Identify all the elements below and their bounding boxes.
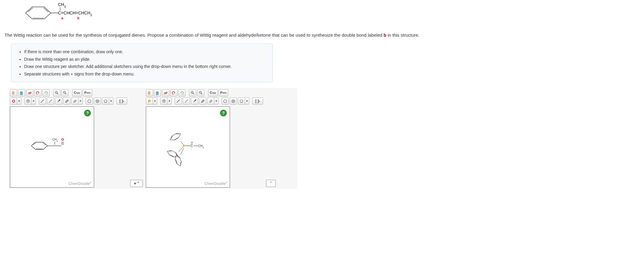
svg-rect-41	[156, 92, 158, 95]
add-sketcher-button[interactable]: + ˅	[130, 180, 143, 187]
bond-label-a: a	[61, 16, 63, 20]
svg-text:O: O	[61, 138, 64, 141]
sketcher-canvas[interactable]: ?	[146, 106, 230, 188]
copy-button[interactable]: Copy	[208, 89, 218, 97]
svg-line-17	[41, 100, 44, 103]
sketcher-area: + − Copy Paste O ▼ + ▼	[9, 88, 297, 189]
eraser-tool-icon[interactable]	[26, 89, 33, 97]
svg-line-75	[176, 159, 177, 163]
svg-text:+: +	[27, 99, 29, 103]
paste-button[interactable]: Paste	[219, 89, 228, 97]
zoom-out-icon[interactable]: −	[197, 89, 204, 97]
svg-text:+: +	[163, 99, 165, 103]
svg-point-62	[233, 100, 234, 102]
bond-label-b: b	[77, 16, 79, 20]
hand-tool-icon[interactable]	[146, 89, 153, 97]
svg-marker-64	[169, 132, 182, 142]
triple-bond-dropdown[interactable]: ▼	[71, 97, 83, 105]
element-dropdown[interactable]: O ▼	[10, 97, 21, 105]
wedge-bond-icon[interactable]	[191, 97, 198, 105]
sketcher-1: + − Copy Paste O ▼ + ▼	[10, 89, 127, 188]
charge-dropdown[interactable]: + ▼	[160, 97, 172, 105]
toolbar-top: + − Copy Paste	[146, 89, 263, 97]
svg-text:+: +	[192, 91, 193, 93]
molecule-drawing: P+ H C − CH3	[166, 132, 204, 167]
charge-dropdown[interactable]: + ▼	[24, 97, 36, 105]
instruction-item: Separate structures with + signs from th…	[24, 70, 266, 78]
svg-line-45	[193, 93, 194, 94]
sketcher-2: + − Copy Paste P ▼ + ▼	[146, 89, 263, 188]
zoom-in-icon[interactable]: +	[189, 89, 196, 97]
instructions-box: If there is more than one combination, d…	[11, 44, 273, 82]
ring-dropdown[interactable]: ▼	[238, 97, 249, 105]
instruction-item: Draw the Wittig reagent as an ylide.	[24, 56, 266, 63]
svg-marker-54	[193, 99, 196, 103]
hand-tool-icon[interactable]	[10, 89, 17, 97]
svg-marker-63	[240, 100, 243, 103]
double-bond-icon[interactable]	[63, 97, 70, 105]
toolbar-bottom: P ▼ + ▼ ▼	[146, 97, 263, 105]
sketcher-dropdown: ˅	[266, 180, 276, 187]
svg-text:−: −	[191, 148, 192, 150]
undo-tool-icon[interactable]	[170, 89, 177, 97]
question-text: The Wittig reaction can be used for the …	[5, 32, 639, 38]
redo-tool-icon[interactable]	[42, 89, 50, 97]
svg-rect-43	[164, 92, 167, 94]
svg-text:CH3: CH3	[198, 144, 204, 149]
paste-button[interactable]: Paste	[83, 89, 92, 97]
svg-marker-68	[166, 149, 179, 158]
wedge-bond-icon[interactable]	[55, 97, 62, 105]
svg-text:+: +	[56, 91, 57, 93]
help-icon[interactable]: ?	[84, 110, 91, 116]
benzene-icon[interactable]	[230, 97, 237, 105]
sketcher-canvas[interactable]: ? CH3 O	[10, 106, 94, 188]
undo-tool-icon[interactable]	[34, 89, 41, 97]
svg-text:P+: P+	[183, 144, 186, 148]
svg-text:CH3: CH3	[52, 138, 58, 142]
chemdoodle-brand: ChemDoodle®	[69, 181, 91, 186]
dash-bond-icon[interactable]	[47, 97, 54, 105]
svg-marker-25	[88, 100, 91, 103]
ring-dropdown[interactable]: ▼	[102, 97, 113, 105]
svg-line-52	[177, 100, 180, 103]
bracket-charge-button[interactable]: [ ]±	[116, 97, 127, 105]
svg-rect-8	[28, 92, 31, 94]
triple-bond-dropdown[interactable]: ▼	[207, 97, 219, 105]
single-bond-icon[interactable]	[175, 97, 182, 105]
svg-line-53	[185, 100, 188, 103]
svg-marker-19	[57, 99, 60, 103]
redo-tool-icon[interactable]	[178, 89, 186, 97]
svg-text:C: C	[191, 144, 193, 148]
svg-point-27	[97, 100, 98, 102]
chemdoodle-brand: ChemDoodle®	[204, 181, 227, 186]
svg-marker-0	[26, 7, 51, 19]
svg-line-18	[49, 100, 52, 103]
benzene-ring	[26, 7, 51, 19]
cyclohexane-icon[interactable]	[86, 97, 93, 105]
zoom-out-icon[interactable]: −	[61, 89, 69, 97]
element-dropdown[interactable]: P ▼	[146, 97, 157, 105]
cyclohexane-icon[interactable]	[222, 97, 229, 105]
zoom-in-icon[interactable]: +	[53, 89, 60, 97]
double-bond-icon[interactable]	[199, 97, 206, 105]
svg-text:−: −	[200, 91, 201, 93]
svg-rect-42	[156, 92, 159, 92]
clear-tool-icon[interactable]	[18, 89, 25, 97]
bracket-charge-button[interactable]: [ ]±	[252, 97, 263, 105]
dash-bond-icon[interactable]	[183, 97, 190, 105]
toolbar-bottom: O ▼ + ▼ ▼	[10, 97, 127, 105]
help-icon[interactable]: ?	[220, 110, 227, 116]
instruction-item: Draw one structure per sketcher. Add add…	[24, 63, 266, 70]
clear-tool-icon[interactable]	[154, 89, 161, 97]
copy-button[interactable]: Copy	[72, 89, 82, 97]
svg-marker-60	[224, 100, 227, 103]
separator-add: + ˅	[130, 180, 143, 187]
sketcher-menu-dropdown[interactable]: ˅	[266, 180, 276, 187]
svg-line-10	[57, 93, 58, 94]
svg-marker-29	[31, 142, 48, 149]
single-bond-icon[interactable]	[39, 97, 46, 105]
eraser-tool-icon[interactable]	[162, 89, 169, 97]
question-structure: CH3 C=CHCH=CHCH3 a b	[5, 2, 639, 26]
benzene-icon[interactable]	[94, 97, 101, 105]
svg-line-69	[168, 150, 171, 152]
